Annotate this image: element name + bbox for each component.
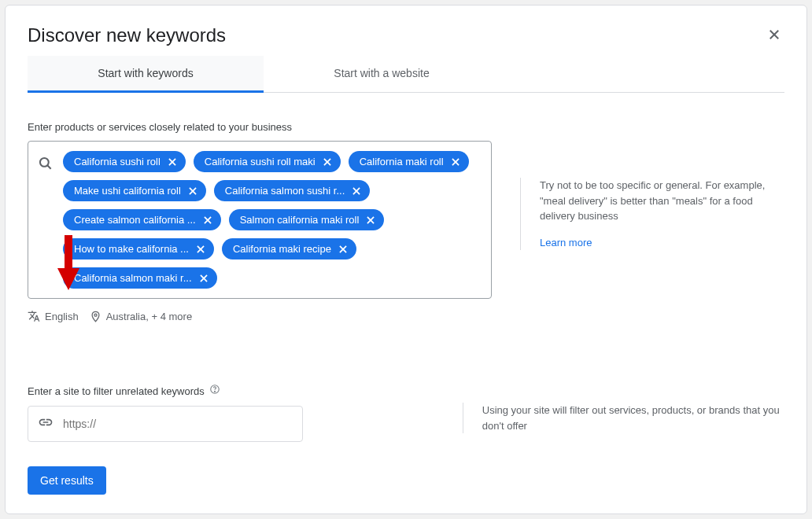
chip-label: California maki recipe (233, 243, 331, 255)
chip-label: Make ushi california roll (74, 185, 181, 197)
keyword-chip[interactable]: How to make california ... (63, 238, 214, 260)
learn-more-link[interactable]: Learn more (540, 235, 592, 251)
chip-remove-icon[interactable] (187, 186, 198, 197)
link-icon (38, 414, 54, 433)
keyword-field-label: Enter products or services closely relat… (28, 121, 492, 133)
language-label: English (45, 311, 79, 322)
locale-row: English Australia, + 4 more (28, 310, 492, 322)
chip-remove-icon[interactable] (195, 244, 206, 255)
chip-label: California sushi roll (74, 156, 161, 167)
location-selector[interactable]: Australia, + 4 more (90, 311, 192, 322)
location-pin-icon (90, 311, 102, 322)
chip-label: California salmon sushi r... (225, 185, 345, 197)
keyword-input-box[interactable]: California sushi rollCalifornia sushi ro… (28, 141, 492, 299)
translate-icon (28, 310, 40, 322)
chip-label: California sushi roll maki (205, 156, 316, 167)
chip-label: Create salmon california ... (74, 214, 196, 226)
chip-remove-icon[interactable] (351, 186, 362, 197)
chip-remove-icon[interactable] (322, 156, 333, 167)
keyword-chip[interactable]: Create salmon california ... (63, 209, 221, 230)
keyword-chip[interactable]: California salmon maki r... (63, 267, 217, 289)
get-results-button[interactable]: Get results (28, 466, 106, 495)
help-icon[interactable] (209, 384, 220, 398)
chip-remove-icon[interactable] (450, 156, 461, 167)
chip-label: Salmon california maki roll (240, 214, 360, 226)
page-title: Discover new keywords (28, 24, 226, 46)
close-icon (767, 28, 781, 42)
chip-label: How to make california ... (74, 243, 189, 255)
keyword-left: Enter products or services closely relat… (28, 121, 492, 322)
chip-remove-icon[interactable] (167, 156, 178, 167)
chip-remove-icon[interactable] (198, 273, 209, 284)
keyword-chip[interactable]: California sushi roll (63, 151, 186, 172)
hint-text: Try not to be too specific or general. F… (540, 178, 784, 224)
keyword-chip[interactable]: California maki recipe (222, 238, 356, 260)
site-label-row: Enter a site to filter unrelated keyword… (28, 384, 434, 398)
keyword-chip[interactable]: California maki roll (349, 151, 469, 172)
tab-website[interactable]: Start with a website (264, 56, 500, 92)
tabs: Start with keywords Start with a website (28, 56, 784, 93)
site-hint-box: Using your site will filter out services… (463, 403, 784, 433)
chip-remove-icon[interactable] (338, 244, 349, 255)
chip-label: California salmon maki r... (74, 272, 192, 284)
site-left: Enter a site to filter unrelated keyword… (28, 384, 434, 442)
close-button[interactable] (764, 24, 784, 49)
chip-remove-icon[interactable] (365, 215, 376, 226)
site-section: Enter a site to filter unrelated keyword… (28, 384, 784, 442)
keyword-chip[interactable]: Salmon california maki roll (229, 209, 385, 230)
keyword-chip[interactable]: California salmon sushi r... (214, 180, 370, 201)
site-hint-text: Using your site will filter out services… (482, 403, 784, 433)
site-field-label: Enter a site to filter unrelated keyword… (28, 385, 205, 397)
tab-keywords[interactable]: Start with keywords (28, 56, 264, 93)
svg-point-26 (214, 391, 215, 392)
search-icon (38, 156, 54, 175)
keyword-row: Enter products or services closely relat… (28, 121, 784, 322)
chip-label: California maki roll (360, 156, 444, 167)
language-selector[interactable]: English (28, 310, 79, 322)
chips-container: California sushi rollCalifornia sushi ro… (63, 151, 482, 289)
header-row: Discover new keywords (28, 24, 784, 56)
dialog-card: Discover new keywords Start with keyword… (5, 5, 807, 514)
site-url-input[interactable] (63, 418, 293, 430)
svg-point-2 (40, 158, 49, 167)
svg-point-24 (94, 314, 97, 316)
keyword-hint: Try not to be too specific or general. F… (520, 121, 784, 250)
keyword-chip[interactable]: California sushi roll maki (194, 151, 341, 172)
site-input-box[interactable] (28, 406, 303, 442)
keyword-chip[interactable]: Make ushi california roll (63, 180, 206, 201)
svg-line-3 (48, 166, 51, 169)
chip-remove-icon[interactable] (202, 215, 213, 226)
location-label: Australia, + 4 more (106, 311, 192, 322)
hint-box: Try not to be too specific or general. F… (520, 178, 784, 250)
